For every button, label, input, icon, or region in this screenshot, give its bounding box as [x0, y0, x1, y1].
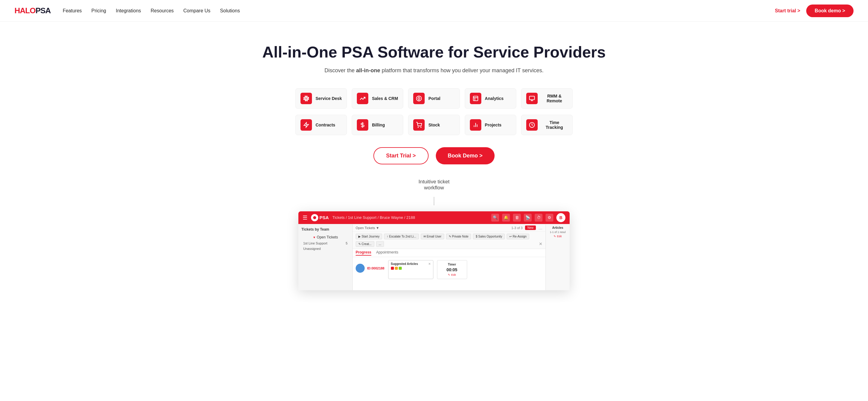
app-topbar: ☰ PSA Tickets / 1st Line Support / Bruce… — [299, 211, 569, 224]
svg-rect-4 — [473, 96, 478, 101]
dot-red — [391, 267, 394, 270]
tab-progress[interactable]: Progress — [355, 250, 371, 256]
pagination: 1-3 of 3 — [512, 226, 523, 230]
start-journey-btn[interactable]: ▶ Start Journey — [355, 234, 382, 239]
suggested-header: Suggested Articles ✕ — [391, 262, 431, 266]
ticket-id: ID:0002188 — [367, 266, 384, 270]
app-right-panel: Articles 1-1 of 1 resul ✎ Edit — [546, 224, 569, 290]
workflow-divider — [434, 197, 434, 205]
feature-portal[interactable]: Portal — [408, 88, 460, 109]
logo-halo: HALO — [14, 6, 36, 15]
logo-psa: PSA — [36, 6, 51, 15]
open-tickets-bar: Open Tickets ▼ 1-3 of 3 New … — [352, 224, 546, 232]
hero-title: All-in-One PSA Software for Service Prov… — [12, 43, 856, 61]
suggested-close-icon[interactable]: ✕ — [428, 262, 431, 266]
new-button[interactable]: New — [525, 226, 536, 230]
svg-point-1 — [418, 97, 420, 99]
analytics-label: Analytics — [485, 96, 504, 101]
close-panel-icon[interactable]: ✕ — [539, 241, 542, 246]
nav-pricing[interactable]: Pricing — [91, 8, 106, 13]
nav-book-demo-button[interactable]: Book demo > — [806, 4, 854, 17]
contracts-label: Contracts — [315, 123, 335, 127]
app-sidebar: Tickets by Team ▼ Open Tickets 1st Line … — [299, 224, 352, 290]
portal-icon — [413, 93, 425, 104]
create-btn[interactable]: ✎ Creat... — [355, 241, 374, 247]
feature-billing[interactable]: Billing — [352, 115, 403, 135]
right-edit[interactable]: ✎ Edit — [548, 235, 568, 238]
topbar-trash-icon[interactable]: 🗑 — [513, 214, 521, 222]
timer-edit[interactable]: ✎ Edit — [440, 273, 464, 276]
billing-label: Billing — [372, 123, 385, 127]
topbar-logo: PSA — [311, 214, 329, 221]
nav-links: Features Pricing Integrations Resources … — [63, 8, 240, 13]
open-tickets-label[interactable]: Open Tickets ▼ — [355, 226, 379, 230]
analytics-icon — [470, 93, 481, 104]
feature-analytics[interactable]: Analytics — [465, 88, 516, 109]
billing-icon — [357, 119, 368, 131]
sales-crm-label: Sales & CRM — [372, 96, 398, 101]
subtitle-bold: all-in-one — [356, 67, 380, 73]
topbar-menu-icon[interactable]: ☰ — [303, 214, 307, 221]
app-toolbar: ▶ Start Journey ↑ Escalate To 2nd Li... … — [352, 232, 546, 249]
feature-projects[interactable]: Projects — [465, 115, 516, 135]
reassign-btn[interactable]: ↩ Re-Assign — [507, 234, 529, 239]
ticket-info: ID:0002188 — [355, 260, 384, 277]
escalate-btn[interactable]: ↑ Escalate To 2nd Li... — [384, 234, 419, 239]
feature-time-tracking[interactable]: Time Tracking — [521, 115, 572, 135]
more-btn[interactable]: ... — [376, 241, 384, 247]
feature-stock[interactable]: Stock — [408, 115, 460, 135]
topbar-avatar[interactable]: B — [556, 213, 565, 222]
tab-appointments[interactable]: Appointments — [376, 250, 398, 256]
topbar-psa-text: PSA — [319, 215, 329, 220]
feature-sales-crm[interactable]: Sales & CRM — [352, 88, 403, 109]
ticket-avatar — [355, 264, 365, 273]
nav-solutions[interactable]: Solutions — [220, 8, 240, 13]
sidebar-1st-line-count: 5 — [346, 241, 347, 245]
topbar-search-icon[interactable]: 🔍 — [491, 214, 499, 222]
projects-label: Projects — [485, 123, 501, 127]
topbar-clock-icon[interactable]: ⏱ — [535, 214, 542, 222]
service-desk-icon — [301, 93, 312, 104]
nav-compare[interactable]: Compare Us — [183, 8, 210, 13]
nav-start-trial-link[interactable]: Start trial > — [775, 8, 800, 13]
subtitle-prefix: Discover the — [324, 67, 356, 73]
nav-resources[interactable]: Resources — [151, 8, 174, 13]
feature-rmm[interactable]: RMM & Remote — [521, 88, 572, 109]
svg-rect-7 — [529, 96, 534, 100]
service-desk-label: Service Desk — [315, 96, 342, 101]
topbar-icons: 🔍 🔔 🗑 📡 ⏱ ⚙ B — [491, 213, 565, 222]
topbar-settings-icon[interactable]: ⚙ — [546, 214, 553, 222]
app-screenshot: ☰ PSA Tickets / 1st Line Support / Bruce… — [299, 211, 569, 290]
email-user-btn[interactable]: ✉ Email User — [421, 234, 444, 239]
rmm-icon — [526, 93, 538, 104]
right-panel-header: Articles — [548, 226, 568, 229]
timer-title: Timer — [440, 263, 464, 266]
projects-icon — [470, 119, 481, 131]
right-result-label: 1-1 of 1 resul — [548, 231, 568, 234]
topbar-bell-icon[interactable]: 🔔 — [502, 214, 510, 222]
suggested-title: Suggested Articles — [391, 262, 418, 266]
time-tracking-icon — [526, 119, 538, 131]
feature-contracts[interactable]: Contracts — [296, 115, 347, 135]
hero-subtitle: Discover the all-in-one platform that tr… — [12, 67, 856, 74]
topbar-rss-icon[interactable]: 📡 — [524, 214, 532, 222]
svg-marker-10 — [304, 122, 309, 127]
start-trial-button[interactable]: Start Trial > — [373, 147, 429, 164]
more-options-icon[interactable]: … — [538, 226, 542, 230]
hero-section: All-in-One PSA Software for Service Prov… — [0, 22, 868, 302]
timer-value: 00:05 — [440, 267, 464, 272]
app-body: Tickets by Team ▼ Open Tickets 1st Line … — [299, 224, 569, 290]
sales-opportunity-btn[interactable]: $ Sales Opportunity — [473, 234, 505, 239]
feature-service-desk[interactable]: Service Desk — [296, 88, 347, 109]
nav-features[interactable]: Features — [63, 8, 82, 13]
portal-label: Portal — [428, 96, 440, 101]
sidebar-row-1st-line[interactable]: 1st Line Support 5 — [301, 240, 349, 246]
logo[interactable]: HALO PSA — [14, 6, 51, 15]
subtitle-suffix: platform that transforms how you deliver… — [380, 67, 544, 73]
stock-icon — [413, 119, 425, 131]
nav-integrations[interactable]: Integrations — [116, 8, 141, 13]
book-demo-button[interactable]: Book Demo > — [436, 147, 495, 164]
contracts-icon — [301, 119, 312, 131]
sidebar-row-unassigned[interactable]: Unassigned — [301, 246, 349, 252]
private-note-btn[interactable]: ✎ Private Note — [446, 234, 471, 239]
